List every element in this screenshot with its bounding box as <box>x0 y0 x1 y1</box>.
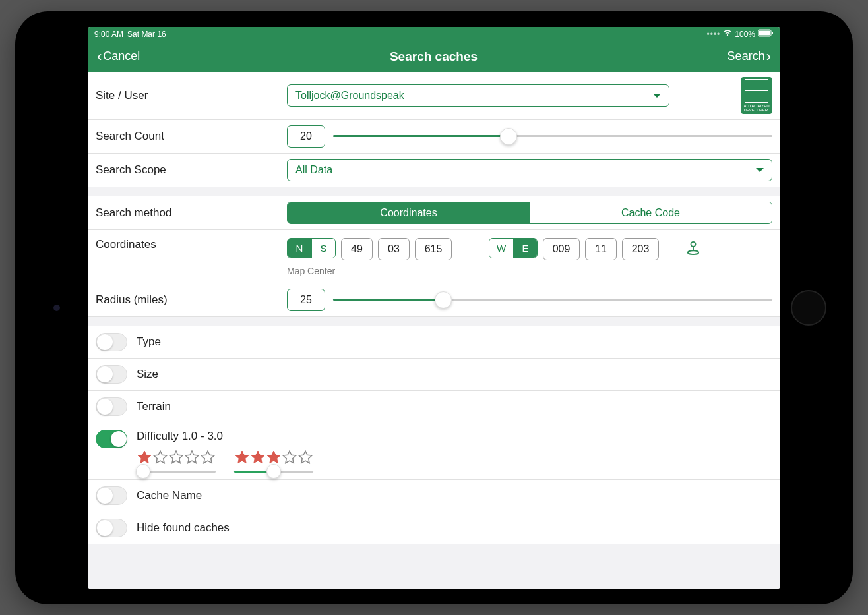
wifi-icon <box>723 29 732 39</box>
row-search-count: Search Count 20 <box>88 120 780 154</box>
row-hide-found: Hide found caches <box>88 512 780 544</box>
cache-name-toggle[interactable] <box>96 486 127 505</box>
size-toggle[interactable] <box>96 365 127 384</box>
site-user-label: Site / User <box>96 89 287 102</box>
row-difficulty: Difficulty 1.0 - 3.0 <box>88 423 780 480</box>
ipad-camera <box>53 305 60 311</box>
row-size: Size <box>88 359 780 391</box>
svg-rect-2 <box>772 32 773 34</box>
status-date: Sat Mar 16 <box>127 30 166 39</box>
lon-min-input[interactable]: 11 <box>585 238 617 260</box>
search-scope-label: Search Scope <box>96 163 287 177</box>
lat-s-button[interactable]: S <box>311 239 335 258</box>
seg-coordinates[interactable]: Coordinates <box>288 202 530 223</box>
battery-icon <box>758 29 774 39</box>
ipad-home-button[interactable] <box>791 290 826 326</box>
svg-point-3 <box>691 241 696 246</box>
chevron-right-icon: › <box>766 49 771 64</box>
status-time: 9:00 AM <box>94 30 123 39</box>
cancel-button[interactable]: ‹ Cancel <box>97 49 140 64</box>
site-user-dropdown[interactable]: Tolljock@Groundspeak <box>287 84 669 107</box>
status-bar: 9:00 AM Sat Mar 16 •••• 100% <box>88 27 780 42</box>
chevron-left-icon: ‹ <box>97 49 102 64</box>
row-terrain: Terrain <box>88 391 780 423</box>
search-scope-dropdown[interactable]: All Data <box>287 159 772 181</box>
status-battery: 100% <box>735 30 755 39</box>
search-scope-value: All Data <box>295 164 332 176</box>
map-center-label: Map Center <box>287 266 335 276</box>
search-count-input[interactable]: 20 <box>287 125 325 148</box>
search-button[interactable]: Search › <box>728 49 771 64</box>
lon-dec-input[interactable]: 203 <box>622 238 659 260</box>
hide-found-toggle[interactable] <box>96 519 127 537</box>
coordinates-label: Coordinates <box>96 238 287 251</box>
difficulty-max-group <box>234 450 313 473</box>
lon-deg-input[interactable]: 009 <box>543 238 580 260</box>
difficulty-label: Difficulty 1.0 - 3.0 <box>137 430 772 443</box>
row-cache-name: Cache Name <box>88 480 780 512</box>
terrain-toggle[interactable] <box>96 397 127 416</box>
size-label: Size <box>137 368 772 381</box>
radius-slider[interactable] <box>333 299 772 301</box>
difficulty-min-stars[interactable] <box>137 450 216 465</box>
difficulty-max-slider[interactable] <box>234 471 313 473</box>
caret-down-icon <box>653 94 661 98</box>
type-toggle[interactable] <box>96 333 127 351</box>
lon-w-button[interactable]: W <box>489 239 513 258</box>
content-area: Site / User Tolljock@Groundspeak AUTHORI… <box>88 72 780 589</box>
terrain-label: Terrain <box>137 400 772 413</box>
seg-cache-code[interactable]: Cache Code <box>530 202 772 223</box>
difficulty-min-slider[interactable] <box>137 471 216 473</box>
type-label: Type <box>137 336 772 349</box>
difficulty-min-group <box>137 450 216 473</box>
cellular-dots-icon: •••• <box>706 30 720 39</box>
difficulty-toggle[interactable] <box>96 430 127 448</box>
cache-name-label: Cache Name <box>137 489 772 502</box>
hide-found-label: Hide found caches <box>137 521 772 535</box>
page-title: Search caches <box>390 49 478 64</box>
site-user-value: Tolljock@Groundspeak <box>295 90 404 102</box>
row-coordinates: Coordinates N S 49 03 615 W E <box>88 230 780 283</box>
nav-bar: ‹ Cancel Search caches Search › <box>88 42 780 72</box>
radius-label: Radius (miles) <box>96 293 287 307</box>
row-site-user: Site / User Tolljock@Groundspeak AUTHORI… <box>88 72 780 120</box>
lat-min-input[interactable]: 03 <box>378 238 410 260</box>
row-search-scope: Search Scope All Data <box>88 154 780 187</box>
lat-direction-toggle: N S <box>287 238 336 258</box>
search-count-slider[interactable] <box>333 135 772 137</box>
lon-e-button[interactable]: E <box>513 239 537 258</box>
row-radius: Radius (miles) 25 <box>88 283 780 317</box>
row-search-method: Search method Coordinates Cache Code <box>88 196 780 230</box>
svg-point-4 <box>688 250 698 254</box>
search-method-label: Search method <box>96 206 287 220</box>
radius-input[interactable]: 25 <box>287 289 325 311</box>
search-label: Search <box>728 49 765 63</box>
cancel-label: Cancel <box>103 49 140 63</box>
lon-direction-toggle: W E <box>489 238 538 258</box>
row-type: Type <box>88 326 780 359</box>
authorized-developer-badge: AUTHORIZEDDEVELOPER <box>741 77 772 114</box>
difficulty-max-stars[interactable] <box>234 450 313 465</box>
svg-rect-1 <box>759 31 770 36</box>
ipad-frame: 9:00 AM Sat Mar 16 •••• 100% ‹ Cancel Se… <box>15 11 853 604</box>
lat-dec-input[interactable]: 615 <box>415 238 452 260</box>
search-count-label: Search Count <box>96 130 287 143</box>
lat-n-button[interactable]: N <box>288 239 311 258</box>
lat-deg-input[interactable]: 49 <box>341 238 373 260</box>
location-pin-icon[interactable] <box>684 238 702 256</box>
screen: 9:00 AM Sat Mar 16 •••• 100% ‹ Cancel Se… <box>88 27 780 589</box>
search-method-segment: Coordinates Cache Code <box>287 202 772 224</box>
caret-down-icon <box>756 168 764 172</box>
